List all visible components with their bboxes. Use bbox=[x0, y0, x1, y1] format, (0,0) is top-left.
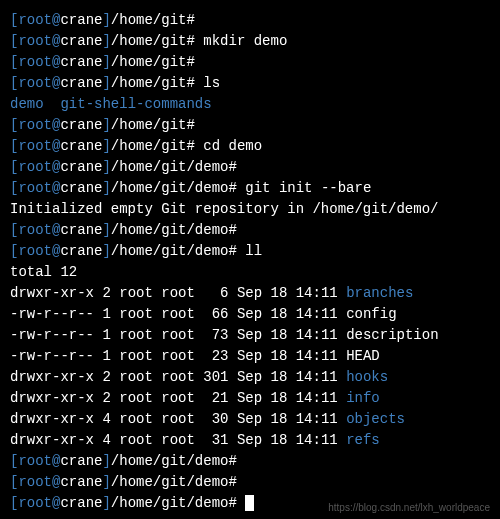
file-group: root bbox=[161, 285, 195, 301]
prompt-hash: # bbox=[186, 138, 203, 154]
prompt-bracket: ] bbox=[102, 54, 110, 70]
prompt-user: root bbox=[18, 12, 52, 28]
prompt-path: /home/git/demo bbox=[111, 180, 229, 196]
cursor-icon bbox=[245, 495, 254, 511]
terminal-line: [root@crane]/home/git# bbox=[10, 52, 490, 73]
command-text: ls bbox=[203, 75, 220, 91]
command-text: cd demo bbox=[203, 138, 262, 154]
ll-output-line: drwxr-xr-x 4 root root 31 Sep 18 14:11 r… bbox=[10, 430, 490, 451]
terminal-line: [root@crane]/home/git/demo# bbox=[10, 157, 490, 178]
prompt-path: /home/git/demo bbox=[111, 243, 229, 259]
ll-output-line: drwxr-xr-x 4 root root 30 Sep 18 14:11 o… bbox=[10, 409, 490, 430]
terminal-line: [root@crane]/home/git# bbox=[10, 115, 490, 136]
file-name: branches bbox=[346, 285, 413, 301]
file-group: root bbox=[161, 327, 195, 343]
file-owner: root bbox=[119, 327, 153, 343]
prompt-hash: # bbox=[228, 495, 245, 511]
file-perms: drwxr-xr-x bbox=[10, 390, 94, 406]
prompt-user: root bbox=[18, 243, 52, 259]
file-owner: root bbox=[119, 306, 153, 322]
prompt-host: crane bbox=[60, 453, 102, 469]
prompt-host: crane bbox=[60, 495, 102, 511]
prompt-path: /home/git bbox=[111, 138, 187, 154]
file-links: 2 bbox=[102, 369, 110, 385]
file-date: Sep 18 14:11 bbox=[237, 432, 338, 448]
file-size: 66 bbox=[203, 306, 228, 322]
file-group: root bbox=[161, 390, 195, 406]
prompt-hash: # bbox=[228, 243, 245, 259]
file-name: info bbox=[346, 390, 380, 406]
file-perms: -rw-r--r-- bbox=[10, 327, 94, 343]
file-perms: drwxr-xr-x bbox=[10, 369, 94, 385]
prompt-path: /home/git bbox=[111, 33, 187, 49]
terminal-line: [root@crane]/home/git/demo# bbox=[10, 220, 490, 241]
file-size: 301 bbox=[203, 369, 228, 385]
terminal-window[interactable]: [root@crane]/home/git# [root@crane]/home… bbox=[10, 10, 490, 514]
prompt-hash: # bbox=[186, 75, 203, 91]
file-name: config bbox=[346, 306, 396, 322]
output-line: Initialized empty Git repository in /hom… bbox=[10, 199, 490, 220]
ls-entry: demo bbox=[10, 96, 44, 112]
file-name: hooks bbox=[346, 369, 388, 385]
file-size: 73 bbox=[203, 327, 228, 343]
file-group: root bbox=[161, 306, 195, 322]
file-name: refs bbox=[346, 432, 380, 448]
prompt-bracket: ] bbox=[102, 222, 110, 238]
prompt-bracket: ] bbox=[102, 180, 110, 196]
ll-output-line: drwxr-xr-x 2 root root 301 Sep 18 14:11 … bbox=[10, 367, 490, 388]
file-perms: drwxr-xr-x bbox=[10, 411, 94, 427]
file-perms: drwxr-xr-x bbox=[10, 285, 94, 301]
prompt-hash: # bbox=[228, 180, 245, 196]
prompt-path: /home/git/demo bbox=[111, 453, 229, 469]
file-perms: drwxr-xr-x bbox=[10, 432, 94, 448]
ll-output-line: -rw-r--r-- 1 root root 73 Sep 18 14:11 d… bbox=[10, 325, 490, 346]
prompt-user: root bbox=[18, 474, 52, 490]
file-owner: root bbox=[119, 411, 153, 427]
prompt-bracket: ] bbox=[102, 117, 110, 133]
prompt-user: root bbox=[18, 222, 52, 238]
file-owner: root bbox=[119, 390, 153, 406]
terminal-line: [root@crane]/home/git/demo# bbox=[10, 451, 490, 472]
ll-output-line: drwxr-xr-x 2 root root 21 Sep 18 14:11 i… bbox=[10, 388, 490, 409]
prompt-bracket: ] bbox=[102, 75, 110, 91]
file-name: HEAD bbox=[346, 348, 380, 364]
file-group: root bbox=[161, 432, 195, 448]
prompt-host: crane bbox=[60, 75, 102, 91]
prompt-hash: # bbox=[228, 453, 245, 469]
file-links: 1 bbox=[102, 327, 110, 343]
prompt-host: crane bbox=[60, 138, 102, 154]
file-owner: root bbox=[119, 285, 153, 301]
prompt-bracket: ] bbox=[102, 243, 110, 259]
ll-output-line: -rw-r--r-- 1 root root 66 Sep 18 14:11 c… bbox=[10, 304, 490, 325]
file-perms: -rw-r--r-- bbox=[10, 306, 94, 322]
prompt-host: crane bbox=[60, 33, 102, 49]
prompt-host: crane bbox=[60, 243, 102, 259]
file-perms: -rw-r--r-- bbox=[10, 348, 94, 364]
output-line: total 12 bbox=[10, 262, 490, 283]
prompt-hash: # bbox=[186, 12, 203, 28]
terminal-line: [root@crane]/home/git/demo# bbox=[10, 472, 490, 493]
file-links: 4 bbox=[102, 411, 110, 427]
terminal-line: [root@crane]/home/git# ls bbox=[10, 73, 490, 94]
file-name: description bbox=[346, 327, 438, 343]
file-size: 31 bbox=[203, 432, 228, 448]
command-text: ll bbox=[245, 243, 262, 259]
file-name: objects bbox=[346, 411, 405, 427]
file-links: 1 bbox=[102, 348, 110, 364]
prompt-bracket: ] bbox=[102, 474, 110, 490]
file-size: 30 bbox=[203, 411, 228, 427]
file-links: 4 bbox=[102, 432, 110, 448]
prompt-bracket: ] bbox=[102, 159, 110, 175]
prompt-path: /home/git/demo bbox=[111, 495, 229, 511]
prompt-path: /home/git bbox=[111, 75, 187, 91]
prompt-user: root bbox=[18, 138, 52, 154]
file-date: Sep 18 14:11 bbox=[237, 390, 338, 406]
prompt-host: crane bbox=[60, 180, 102, 196]
file-size: 6 bbox=[203, 285, 228, 301]
file-links: 2 bbox=[102, 390, 110, 406]
prompt-path: /home/git bbox=[111, 12, 187, 28]
prompt-hash: # bbox=[228, 159, 245, 175]
terminal-line: [root@crane]/home/git# cd demo bbox=[10, 136, 490, 157]
prompt-bracket: ] bbox=[102, 453, 110, 469]
prompt-user: root bbox=[18, 453, 52, 469]
